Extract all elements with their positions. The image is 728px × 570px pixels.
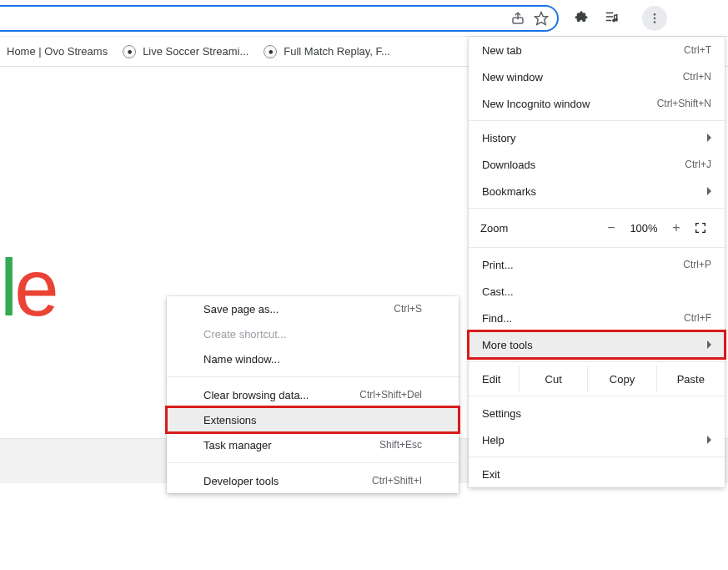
zoom-level: 100%	[623, 222, 665, 235]
menu-item-help[interactable]: Help	[469, 426, 725, 453]
logo-letter-l: l	[0, 243, 14, 332]
zoom-out-button[interactable]: −	[600, 220, 623, 235]
submenu-item-task-manager[interactable]: Task manager Shift+Esc	[167, 432, 459, 457]
soccer-ball-icon	[264, 45, 277, 58]
media-control-icon[interactable]	[604, 9, 619, 27]
menu-separator	[469, 396, 725, 396]
chrome-menu-button[interactable]	[642, 6, 667, 31]
menu-item-more-tools[interactable]: More tools	[469, 331, 725, 358]
more-tools-submenu: Save page as... Ctrl+S Create shortcut..…	[167, 296, 459, 493]
submenu-item-save-page[interactable]: Save page as... Ctrl+S	[167, 296, 459, 321]
submenu-item-developer-tools[interactable]: Developer tools Ctrl+Shift+I	[167, 468, 459, 493]
menu-item-incognito[interactable]: New Incognito window Ctrl+Shift+N	[469, 90, 725, 117]
svg-point-7	[654, 13, 656, 16]
menu-separator	[469, 247, 725, 248]
menu-separator	[469, 361, 725, 362]
menu-separator	[167, 376, 459, 377]
bookmark-item[interactable]: Live Soccer Streami...	[123, 45, 249, 58]
menu-item-new-window[interactable]: New window Ctrl+N	[469, 63, 725, 90]
menu-item-downloads[interactable]: Downloads Ctrl+J	[469, 151, 725, 178]
svg-point-9	[654, 21, 656, 23]
puzzle-piece-icon[interactable]	[574, 9, 589, 27]
svg-point-6	[615, 19, 617, 21]
edit-copy-button[interactable]: Copy	[587, 366, 655, 392]
menu-separator	[167, 462, 459, 463]
menu-separator	[469, 120, 725, 121]
menu-item-print[interactable]: Print... Ctrl+P	[469, 251, 725, 278]
address-bar[interactable]	[0, 5, 559, 32]
submenu-item-extensions[interactable]: Extensions	[167, 407, 459, 432]
logo-letter-e: e	[14, 243, 55, 332]
menu-separator	[469, 208, 725, 209]
menu-item-find[interactable]: Find... Ctrl+F	[469, 305, 725, 331]
menu-zoom-row: Zoom − 100% +	[469, 212, 725, 244]
menu-item-history[interactable]: History	[469, 124, 725, 151]
zoom-in-button[interactable]: +	[665, 220, 688, 235]
svg-point-5	[613, 19, 615, 21]
menu-edit-row: Edit Cut Copy Paste	[469, 366, 725, 392]
menu-item-bookmarks[interactable]: Bookmarks	[469, 178, 725, 204]
bookmark-item[interactable]: Full Match Replay, F...	[264, 45, 390, 58]
menu-item-exit[interactable]: Exit	[469, 461, 725, 487]
share-icon[interactable]	[510, 11, 525, 26]
zoom-label: Zoom	[480, 222, 540, 235]
browser-toolbar	[0, 0, 728, 37]
menu-separator	[469, 457, 725, 457]
submenu-item-clear-data[interactable]: Clear browsing data... Ctrl+Shift+Del	[167, 382, 459, 407]
edit-label: Edit	[469, 366, 519, 392]
svg-point-8	[654, 17, 656, 19]
soccer-ball-icon	[123, 45, 136, 58]
menu-item-cast[interactable]: Cast...	[469, 278, 725, 305]
chrome-main-menu: New tab Ctrl+T New window Ctrl+N New Inc…	[469, 37, 725, 487]
bookmark-label: Home | Ovo Streams	[7, 45, 108, 58]
google-logo-fragment: le	[0, 242, 56, 334]
bookmark-item[interactable]: Home | Ovo Streams	[7, 45, 108, 58]
menu-item-settings[interactable]: Settings	[469, 400, 725, 426]
submenu-item-name-window[interactable]: Name window...	[167, 346, 459, 371]
bookmark-label: Full Match Replay, F...	[284, 45, 390, 58]
edit-cut-button[interactable]: Cut	[519, 366, 587, 392]
bookmark-star-icon[interactable]	[534, 11, 549, 26]
bookmark-label: Live Soccer Streami...	[143, 45, 249, 58]
svg-marker-1	[535, 12, 548, 24]
menu-item-new-tab[interactable]: New tab Ctrl+T	[469, 37, 725, 63]
submenu-item-create-shortcut: Create shortcut...	[167, 321, 459, 346]
fullscreen-icon[interactable]	[688, 221, 713, 235]
edit-paste-button[interactable]: Paste	[656, 366, 725, 392]
